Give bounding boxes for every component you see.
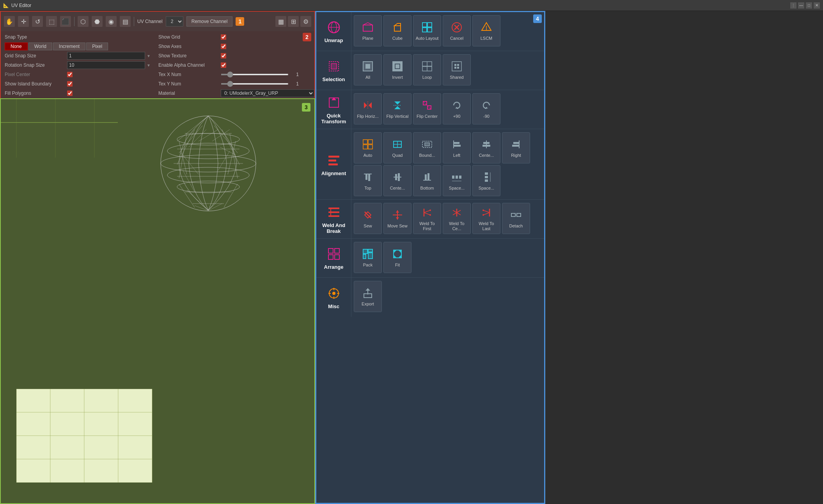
rotation-snap-input[interactable] xyxy=(67,61,145,69)
grid-snap-arrow[interactable]: ▼ xyxy=(147,54,151,58)
left-icon xyxy=(450,137,464,151)
tool-weld-last[interactable]: Weld To Last xyxy=(472,203,500,234)
uv-channel-select[interactable]: 2 xyxy=(166,16,183,27)
svg-rect-94 xyxy=(452,62,461,71)
snap-increment-btn[interactable]: Increment xyxy=(53,43,85,50)
toolbar-settings-icon[interactable]: ⚙ xyxy=(300,16,311,27)
center-v-label: Cente... xyxy=(390,186,405,191)
lscm-label: LSCM xyxy=(481,36,493,41)
window-menu-btn[interactable]: ⋮ xyxy=(790,2,796,9)
window-close-btn[interactable]: ✕ xyxy=(814,2,820,9)
tool-loop[interactable]: Loop xyxy=(413,54,441,85)
tile-grid-svg xyxy=(16,389,153,483)
tool-center-v[interactable]: Cente... xyxy=(383,165,412,196)
tool-rot-minus90[interactable]: -90 xyxy=(472,93,500,124)
tool-top[interactable]: Top xyxy=(354,165,382,196)
material-dropdown[interactable]: 0: UModelerX_Gray_URP xyxy=(221,89,314,97)
title-bar: 📐 UV Editor ⋮ — □ ✕ xyxy=(0,0,823,11)
tool-shared[interactable]: Shared xyxy=(443,54,471,85)
grid-snap-input[interactable] xyxy=(67,52,145,60)
snap-none-btn[interactable]: None xyxy=(5,43,28,50)
badge-4: 4 xyxy=(533,14,542,23)
tool-plane[interactable]: Plane xyxy=(354,15,382,46)
tool-left[interactable]: Left xyxy=(443,132,471,163)
enable-alpha-row: Enable Alpha Channel xyxy=(158,61,321,69)
tool-auto-layout[interactable]: Auto Layout xyxy=(413,15,441,46)
tool-lscm[interactable]: LSCM xyxy=(472,15,500,46)
snap-buttons-row: None World Increment Pixel xyxy=(5,42,151,51)
tool-bounds[interactable]: Bound... xyxy=(413,132,441,163)
tool-select-box[interactable]: ⬛ xyxy=(60,16,71,27)
section-tools-alignment: Auto Quad Bound... xyxy=(351,129,544,199)
tool-pack[interactable]: Pack xyxy=(354,242,382,273)
tool-flip-vert[interactable]: Flip Vertical xyxy=(383,93,412,124)
tool-grid[interactable]: ▤ xyxy=(120,16,131,27)
show-axes-checkbox[interactable] xyxy=(221,44,226,49)
fill-polygons-checkbox[interactable] xyxy=(67,91,73,96)
tool-auto[interactable]: Auto xyxy=(354,132,382,163)
window-maximize-btn[interactable]: □ xyxy=(806,2,812,9)
bounds-icon xyxy=(420,137,434,151)
tool-crosshair[interactable]: ✛ xyxy=(18,16,29,27)
rot-minus90-icon xyxy=(479,98,493,112)
tool-all[interactable]: All xyxy=(354,54,382,85)
svg-rect-118 xyxy=(368,145,372,149)
cancel-icon xyxy=(450,20,464,34)
svg-rect-79 xyxy=(427,28,432,32)
tool-vert[interactable]: ◉ xyxy=(106,16,117,27)
svg-marker-73 xyxy=(394,23,401,26)
tool-center-h[interactable]: Cente... xyxy=(472,132,500,163)
svg-rect-51 xyxy=(50,389,84,412)
tool-cube[interactable]: Cube xyxy=(383,15,412,46)
toolbar-view-icon[interactable]: ⊞ xyxy=(288,16,299,27)
tool-space-v[interactable]: Space... xyxy=(472,165,500,196)
section-tools-misc: Export xyxy=(351,278,544,317)
tool-rot-plus90[interactable]: +90 xyxy=(443,93,471,124)
tool-fit[interactable]: Fit xyxy=(383,242,412,273)
tool-right[interactable]: Right xyxy=(502,132,530,163)
tool-quad[interactable]: Quad xyxy=(383,132,412,163)
rotation-snap-arrow[interactable]: ▼ xyxy=(147,63,151,67)
viewport[interactable]: 3 xyxy=(0,98,315,504)
tool-flip-horiz[interactable]: Flip Horiz... xyxy=(354,93,382,124)
section-tools-unwrap: Plane Cube Auto Layout xyxy=(351,12,544,51)
tool-select-rect[interactable]: ⬚ xyxy=(46,16,57,27)
top-label: Top xyxy=(364,186,371,191)
tool-sew[interactable]: Sew xyxy=(354,203,382,234)
tool-invert[interactable]: Invert xyxy=(383,54,412,85)
tool-loop[interactable]: ⬡ xyxy=(78,16,89,27)
tex-x-slider-container: 1 xyxy=(221,72,299,77)
svg-marker-102 xyxy=(369,102,372,108)
pixel-center-checkbox[interactable] xyxy=(67,72,73,77)
svg-marker-186 xyxy=(398,250,401,253)
tool-export[interactable]: Export xyxy=(354,281,382,312)
svg-rect-150 xyxy=(328,208,339,209)
tool-island[interactable]: ⬣ xyxy=(92,16,103,27)
remove-channel-button[interactable]: Remove Channel xyxy=(186,16,233,27)
tool-detach[interactable]: Detach xyxy=(502,203,530,234)
tool-space-h[interactable]: Space... xyxy=(443,165,471,196)
tool-hand[interactable]: ✋ xyxy=(4,16,15,27)
show-island-checkbox[interactable] xyxy=(67,81,73,87)
tool-cancel[interactable]: Cancel xyxy=(443,15,471,46)
window-minimize-btn[interactable]: — xyxy=(798,2,804,9)
tex-y-slider[interactable] xyxy=(221,83,289,85)
tool-weld-center[interactable]: Weld To Ce... xyxy=(443,203,471,234)
snap-world-btn[interactable]: World xyxy=(28,43,52,50)
svg-rect-131 xyxy=(513,142,519,144)
svg-rect-62 xyxy=(16,459,50,483)
show-texture-checkbox[interactable] xyxy=(221,53,226,59)
tex-x-slider[interactable] xyxy=(221,74,289,75)
toolbar-grid-icon[interactable]: ▦ xyxy=(275,16,286,27)
show-grid-checkbox[interactable] xyxy=(221,34,226,40)
tool-weld-first[interactable]: Weld To First xyxy=(413,203,441,234)
tool-rotate[interactable]: ↺ xyxy=(32,16,43,27)
tool-bottom[interactable]: Bottom xyxy=(413,165,441,196)
svg-rect-179 xyxy=(335,255,339,259)
snap-pixel-btn[interactable]: Pixel xyxy=(86,43,108,50)
tool-move-sew[interactable]: Move Sew xyxy=(383,203,412,234)
tool-flip-center[interactable]: Flip Center xyxy=(413,93,441,124)
enable-alpha-checkbox[interactable] xyxy=(221,62,226,68)
weld-last-icon xyxy=(479,206,493,220)
svg-line-39 xyxy=(224,184,238,208)
